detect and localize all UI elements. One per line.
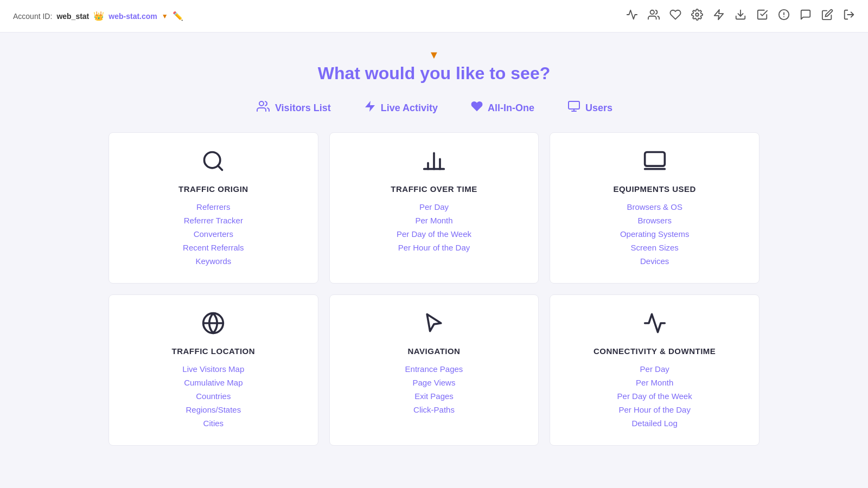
bar-chart-icon: [341, 149, 528, 178]
cards-grid: TRAFFIC ORIGIN Referrers Referrer Tracke…: [108, 132, 760, 446]
navigation-title: NAVIGATION: [341, 346, 528, 356]
link-referrers[interactable]: Referrers: [120, 201, 307, 213]
link-detailed-log[interactable]: Detailed Log: [561, 418, 748, 429]
svg-rect-19: [644, 152, 665, 166]
users-icon: [567, 100, 581, 116]
header-left: Account ID: web_stat 👑 web-stat.com ▼ ✏️: [13, 11, 183, 21]
tab-users[interactable]: Users: [567, 100, 612, 116]
search-icon: [120, 149, 307, 178]
traffic-over-time-links: Per Day Per Month Per Day of the Week Pe…: [341, 201, 528, 253]
page-title: What would you like to see?: [22, 63, 846, 84]
tab-live-activity-label: Live Activity: [381, 102, 438, 114]
site-icon: 👑: [93, 11, 104, 21]
heart-icon[interactable]: [669, 9, 681, 23]
link-screen-sizes[interactable]: Screen Sizes: [561, 242, 748, 253]
tab-all-in-one-label: All-In-One: [488, 102, 534, 114]
card-connectivity-downtime: CONNECTIVITY & DOWNTIME Per Day Per Mont…: [550, 294, 760, 446]
header-right: [626, 9, 855, 23]
title-arrow-icon: ▼: [22, 49, 846, 61]
svg-rect-10: [569, 101, 579, 109]
link-per-day-of-week[interactable]: Per Day of the Week: [341, 228, 528, 240]
link-recent-referrals[interactable]: Recent Referrals: [120, 242, 307, 253]
live-activity-icon: [363, 100, 376, 116]
link-conn-per-hour-of-day[interactable]: Per Hour of the Day: [561, 404, 748, 415]
tab-visitors-list-label: Visitors List: [275, 102, 331, 114]
site-name: web-stat.com: [108, 12, 157, 21]
link-operating-systems[interactable]: Operating Systems: [561, 228, 748, 240]
navigation-links: Entrance Pages Page Views Exit Pages Cli…: [341, 363, 528, 415]
link-cities[interactable]: Cities: [120, 418, 307, 429]
tab-live-activity[interactable]: Live Activity: [363, 100, 438, 116]
laptop-icon: [561, 149, 748, 178]
card-traffic-over-time: TRAFFIC OVER TIME Per Day Per Month Per …: [329, 132, 539, 284]
svg-point-0: [650, 10, 654, 14]
link-conn-per-month[interactable]: Per Month: [561, 377, 748, 388]
visitors-list-icon: [256, 100, 271, 116]
cursor-icon: [341, 311, 528, 340]
tab-visitors-list[interactable]: Visitors List: [256, 100, 331, 116]
svg-marker-2: [714, 10, 724, 20]
nav-tabs: Visitors List Live Activity All-In-One: [22, 100, 846, 116]
card-traffic-location: TRAFFIC LOCATION Live Visitors Map Cumul…: [108, 294, 318, 446]
link-browsers-os[interactable]: Browsers & OS: [561, 201, 748, 213]
link-entrance-pages[interactable]: Entrance Pages: [341, 363, 528, 375]
link-exit-pages[interactable]: Exit Pages: [341, 390, 528, 402]
tab-all-in-one[interactable]: All-In-One: [470, 100, 534, 116]
tab-users-label: Users: [585, 102, 612, 114]
settings-icon[interactable]: [691, 9, 703, 23]
connectivity-downtime-title: CONNECTIVITY & DOWNTIME: [561, 346, 748, 356]
link-keywords[interactable]: Keywords: [120, 255, 307, 267]
traffic-origin-links: Referrers Referrer Tracker Converters Re…: [120, 201, 307, 267]
link-page-views[interactable]: Page Views: [341, 377, 528, 388]
chat-icon[interactable]: [800, 9, 812, 23]
title-area: ▼ What would you like to see?: [22, 49, 846, 84]
connectivity-downtime-links: Per Day Per Month Per Day of the Week Pe…: [561, 363, 748, 429]
link-per-hour-of-day[interactable]: Per Hour of the Day: [341, 242, 528, 253]
pulse-icon: [561, 311, 748, 340]
users-group-icon[interactable]: [648, 9, 660, 23]
link-live-visitors-map[interactable]: Live Visitors Map: [120, 363, 307, 375]
dropdown-arrow-icon[interactable]: ▼: [162, 12, 168, 20]
traffic-location-title: TRAFFIC LOCATION: [120, 346, 307, 356]
account-id: web_stat: [56, 12, 89, 21]
link-regions-states[interactable]: Regions/States: [120, 404, 307, 415]
card-navigation: NAVIGATION Entrance Pages Page Views Exi…: [329, 294, 539, 446]
link-countries[interactable]: Countries: [120, 390, 307, 402]
svg-marker-9: [365, 101, 375, 112]
link-devices[interactable]: Devices: [561, 255, 748, 267]
link-browsers[interactable]: Browsers: [561, 215, 748, 226]
edit-icon[interactable]: [821, 9, 833, 23]
equipments-used-links: Browsers & OS Browsers Operating Systems…: [561, 201, 748, 267]
traffic-over-time-title: TRAFFIC OVER TIME: [341, 184, 528, 194]
link-converters[interactable]: Converters: [120, 228, 307, 240]
link-cumulative-map[interactable]: Cumulative Map: [120, 377, 307, 388]
svg-point-1: [695, 13, 699, 16]
link-per-day[interactable]: Per Day: [341, 201, 528, 213]
account-label: Account ID:: [13, 12, 52, 21]
svg-line-14: [218, 166, 222, 170]
link-conn-per-day-of-week[interactable]: Per Day of the Week: [561, 390, 748, 402]
globe-icon: [120, 311, 307, 340]
link-referrer-tracker[interactable]: Referrer Tracker: [120, 215, 307, 226]
card-traffic-origin: TRAFFIC ORIGIN Referrers Referrer Tracke…: [108, 132, 318, 284]
all-in-one-icon: [470, 100, 483, 116]
link-conn-per-day[interactable]: Per Day: [561, 363, 748, 375]
link-per-month[interactable]: Per Month: [341, 215, 528, 226]
download-icon[interactable]: [735, 9, 746, 23]
info-icon[interactable]: [778, 9, 790, 23]
lightning-icon[interactable]: [713, 9, 725, 23]
card-equipments-used: EQUIPMENTS USED Browsers & OS Browsers O…: [550, 132, 760, 284]
main-content: ▼ What would you like to see? Visitors L…: [0, 33, 868, 462]
svg-point-8: [259, 101, 264, 106]
edit-account-icon[interactable]: ✏️: [173, 11, 183, 21]
logout-icon[interactable]: [843, 9, 855, 23]
traffic-origin-title: TRAFFIC ORIGIN: [120, 184, 307, 194]
header: Account ID: web_stat 👑 web-stat.com ▼ ✏️: [0, 0, 868, 33]
traffic-location-links: Live Visitors Map Cumulative Map Countri…: [120, 363, 307, 429]
link-click-paths[interactable]: Click-Paths: [341, 404, 528, 415]
equipments-used-title: EQUIPMENTS USED: [561, 184, 748, 194]
checkbox-icon[interactable]: [756, 9, 768, 23]
chart-icon[interactable]: [626, 9, 638, 23]
